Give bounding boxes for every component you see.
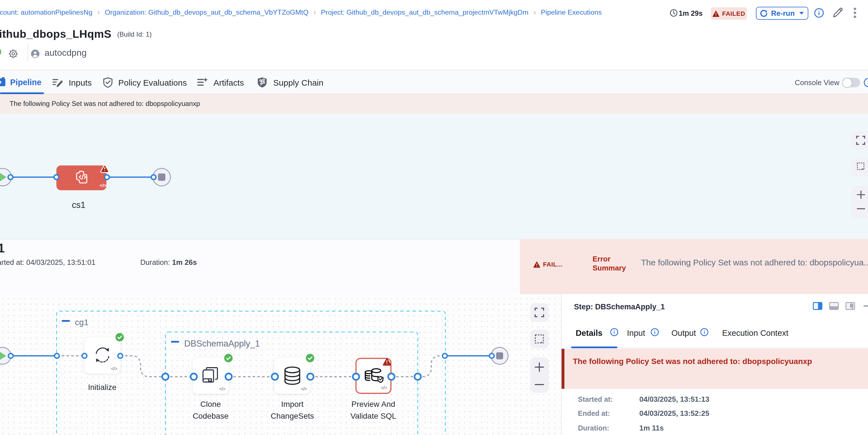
svg-text:</>: </> xyxy=(100,183,107,188)
